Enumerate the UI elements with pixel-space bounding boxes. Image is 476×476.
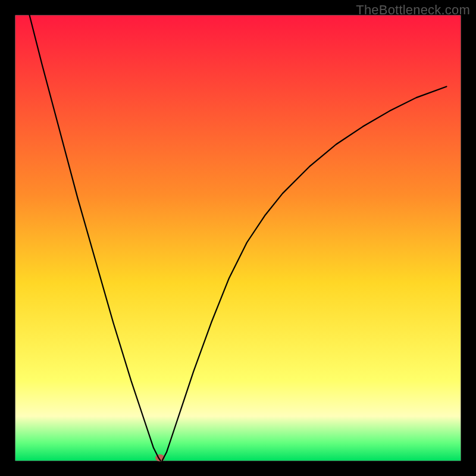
chart-svg (0, 0, 476, 476)
gradient-background (15, 15, 461, 461)
bottleneck-chart: TheBottleneck.com (0, 0, 476, 476)
plot-area (8, 8, 468, 468)
branding-label: TheBottleneck.com (356, 2, 470, 18)
